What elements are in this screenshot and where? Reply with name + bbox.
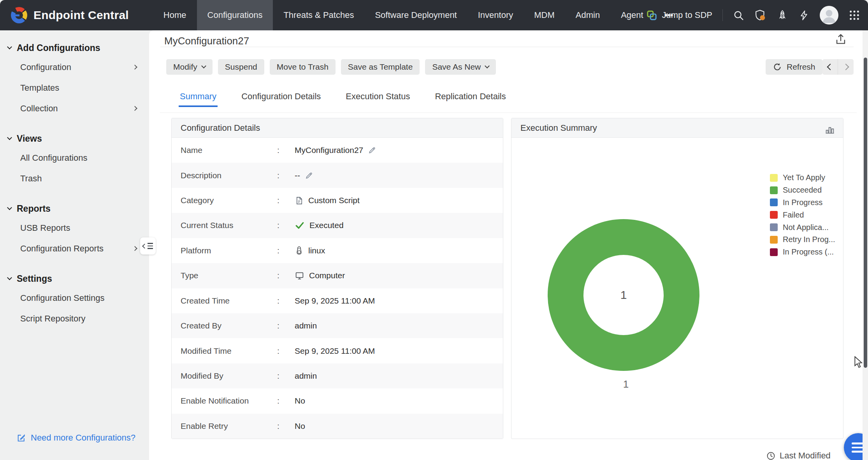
detail-row-platform: Platform : linux [172, 238, 503, 263]
execution-summary-panel: Execution Summary 1 1 Yet T [511, 118, 843, 439]
sidebar-item-configuration-reports[interactable]: Configuration Reports [0, 238, 149, 259]
legend-swatch [770, 174, 778, 182]
donut-slice-value-label: 1 [616, 378, 636, 390]
detail-row-description: Description : -- [172, 163, 503, 188]
legend-swatch [770, 211, 778, 219]
donut-center-total: 1 [620, 288, 627, 302]
nav-item-mdm[interactable]: MDM [524, 0, 565, 30]
sidebar-item-trash[interactable]: Trash [0, 168, 149, 189]
save-as-new-button[interactable]: Save As New [425, 59, 496, 75]
title-divider [160, 47, 854, 47]
refresh-button[interactable]: Refresh [766, 59, 822, 75]
nav-item-home[interactable]: Home [153, 0, 197, 30]
detail-row-modified-time: Modified Time : Sep 9, 2025 11:00 AM [172, 338, 503, 363]
sidebar-section-header-reports[interactable]: Reports [0, 200, 149, 218]
donut-hole: 1 [583, 255, 664, 335]
sidebar-section-header-views[interactable]: Views [0, 130, 149, 147]
brand[interactable]: Endpoint Central [0, 7, 129, 23]
legend-swatch [770, 223, 778, 231]
legend-item-not-applicable: Not Applica... [770, 221, 835, 234]
chevron-right-icon [132, 246, 137, 251]
modify-button[interactable]: Modify [166, 59, 213, 75]
legend-item-succeeded: Succeeded [770, 184, 835, 197]
whats-new-rocket-icon[interactable] [777, 9, 788, 21]
quick-actions-bolt-icon[interactable] [798, 10, 810, 21]
chevron-down-icon [201, 63, 206, 68]
edit-description-icon[interactable] [305, 171, 313, 180]
top-navbar: Endpoint Central Home Configurations Thr… [0, 0, 868, 30]
donut-chart-succeeded-slice[interactable]: 1 [548, 219, 699, 371]
sidebar-item-configuration-settings[interactable]: Configuration Settings [0, 288, 149, 308]
endpoint-central-logo-icon [11, 7, 27, 23]
legend-item-failed: Failed [770, 209, 835, 221]
next-record-button[interactable] [838, 59, 854, 75]
sidebar-item-usb-reports[interactable]: USB Reports [0, 218, 149, 238]
sidebar-section-header-settings[interactable]: Settings [0, 270, 149, 288]
sidebar-item-templates[interactable]: Templates [0, 77, 149, 98]
need-more-configurations-link[interactable]: Need more Configurations? [16, 433, 135, 443]
app-title: Endpoint Central [33, 9, 129, 22]
legend-item-retry-in-progress: Retry In Prog... [770, 234, 835, 246]
detail-row-modified-by: Modified By : admin [172, 363, 503, 388]
nav-item-configurations[interactable]: Configurations [197, 0, 273, 30]
jump-to-sdp-button[interactable]: Jump to SDP [647, 10, 712, 21]
sidebar-item-all-configurations[interactable]: All Configurations [0, 147, 149, 168]
export-icon[interactable] [834, 33, 847, 47]
execution-summary-chart: 1 1 Yet To Apply Succeeded In Pr [511, 138, 843, 439]
sidebar-item-collection[interactable]: Collection [0, 98, 149, 119]
last-modified-sort[interactable]: Last Modified [766, 451, 831, 460]
security-shield-icon[interactable] [754, 9, 766, 21]
compose-icon [16, 433, 26, 443]
detail-row-current-status: Current Status : Executed [172, 213, 503, 238]
suspend-button[interactable]: Suspend [218, 59, 264, 75]
sidebar-section-settings: Settings Configuration Settings Script R… [0, 270, 149, 329]
page-scrollbar-thumb[interactable] [864, 58, 867, 368]
left-sidebar: Add Configurations Configuration Templat… [0, 30, 149, 460]
move-to-trash-button[interactable]: Move to Trash [270, 59, 336, 75]
sidebar-item-script-repository[interactable]: Script Repository [0, 308, 149, 329]
sidebar-collapse-button[interactable] [140, 237, 156, 255]
detail-row-category: Category : Custom Script [172, 188, 503, 213]
tab-replication-details[interactable]: Replication Details [434, 88, 507, 107]
apps-grid-icon[interactable] [849, 9, 860, 21]
sidebar-section-header-add-configurations[interactable]: Add Configurations [0, 39, 149, 57]
detail-row-enable-notification: Enable Notification : No [172, 388, 503, 413]
previous-record-button[interactable] [822, 59, 838, 75]
nav-item-software-deployment[interactable]: Software Deployment [364, 0, 467, 30]
nav-item-threats-patches[interactable]: Threats & Patches [273, 0, 364, 30]
person-icon [820, 6, 838, 25]
save-as-template-button[interactable]: Save as Template [341, 59, 420, 75]
nav-item-inventory[interactable]: Inventory [467, 0, 524, 30]
main-nav-menu: Home Configurations Threats & Patches So… [153, 0, 684, 30]
legend-item-yet-to-apply: Yet To Apply [770, 172, 835, 184]
edit-name-icon[interactable] [368, 146, 376, 155]
sidebar-section-views: Views All Configurations Trash [0, 130, 149, 189]
tab-summary[interactable]: Summary [179, 88, 218, 107]
detail-row-created-time: Created Time : Sep 9, 2025 11:00 AM [172, 288, 503, 313]
chevron-right-icon [132, 65, 137, 70]
endpoint-central-window: Endpoint Central Home Configurations Thr… [0, 0, 868, 460]
page-title: MyConfiguration27 [164, 35, 249, 47]
tab-execution-status[interactable]: Execution Status [344, 88, 411, 107]
computer-monitor-icon [295, 271, 304, 281]
chevron-down-icon [7, 135, 12, 140]
script-document-icon [295, 196, 304, 205]
execution-summary-panel-title: Execution Summary [520, 123, 597, 133]
chevron-down-icon [485, 63, 490, 68]
tab-configuration-details[interactable]: Configuration Details [240, 88, 322, 107]
main-content: MyConfiguration27 Modify Suspend Move to… [149, 30, 868, 460]
legend-item-in-progress-remarks: In Progress (... [770, 246, 835, 258]
sidebar-section-add-configurations: Add Configurations Configuration Templat… [0, 39, 149, 119]
jump-to-sdp-label: Jump to SDP [662, 10, 712, 20]
legend-item-in-progress: In Progress [770, 197, 835, 209]
sidebar-item-configuration[interactable]: Configuration [0, 57, 149, 77]
sidebar-section-reports: Reports USB Reports Configuration Report… [0, 200, 149, 259]
detail-tabs: Summary Configuration Details Execution … [179, 88, 507, 107]
legend-swatch [770, 248, 778, 256]
search-icon[interactable] [733, 10, 744, 21]
user-avatar[interactable] [820, 6, 838, 25]
nav-item-admin[interactable]: Admin [565, 0, 610, 30]
chevron-down-icon [7, 275, 12, 280]
action-toolbar: Modify Suspend Move to Trash Save as Tem… [166, 59, 496, 75]
chevron-left-icon [142, 244, 147, 249]
